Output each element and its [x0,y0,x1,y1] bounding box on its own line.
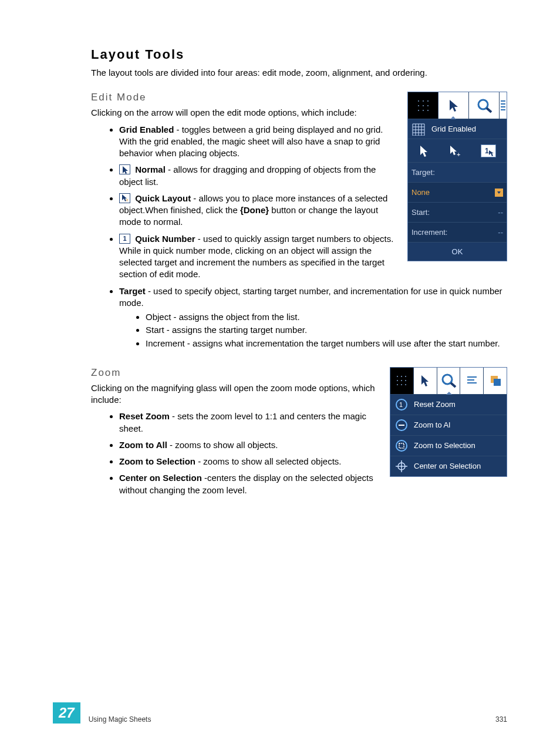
svg-point-1 [423,100,424,102]
chapter-number: 27 [53,702,80,724]
magnifier-icon [440,373,457,388]
zoom-all-row[interactable]: Zoom to Al [390,415,507,436]
svg-point-37 [443,375,452,384]
dots-grid-icon [416,98,431,113]
svg-point-2 [427,100,429,102]
zoom-selection-icon [395,439,408,452]
zoom-all-icon [395,419,408,432]
toolbar-pointer-cell[interactable] [438,92,469,119]
svg-point-0 [418,100,419,102]
center-selection-row[interactable]: Center on Selection [390,456,507,476]
grid-enabled-label: Grid Enabled [431,124,476,133]
quick-layout-button[interactable]: + [448,144,461,157]
cursor-arrow-icon [448,99,460,113]
cursor-arrow-icon [119,164,130,174]
cursor-plus-icon: + [448,144,461,157]
svg-point-29 [401,376,402,377]
svg-text:+: + [457,151,460,157]
grid-enabled-row[interactable]: Grid Enabled [408,119,507,139]
intro-text: The layout tools are divided into four a… [91,67,507,79]
grid-icon [411,123,426,136]
svg-point-31 [397,380,398,381]
svg-line-10 [487,108,491,112]
svg-rect-43 [494,379,501,386]
sub-increment: Increment - assigns what incrementation … [146,338,507,349]
increment-label: Increment: [411,228,447,237]
ok-button[interactable]: OK [408,243,507,261]
svg-point-48 [396,440,407,451]
svg-text:1: 1 [485,147,489,155]
quick-number-button[interactable]: 1 [481,144,496,157]
svg-point-5 [427,105,429,106]
magnifier-icon [476,98,492,113]
bullet-target: Target - used to specify object, startin… [119,285,507,349]
svg-point-30 [405,376,406,377]
toolbar-order-cell[interactable] [484,368,507,394]
svg-point-9 [478,100,488,109]
svg-point-36 [405,384,406,385]
start-label: Start: [411,208,430,217]
reset-zoom-label: Reset Zoom [414,400,456,409]
toolbar-grid-cell[interactable] [390,368,414,394]
center-selection-icon [395,460,408,473]
edit-mode-panel: Grid Enabled + 1 Target: None [407,92,507,261]
page-title: Layout Tools [91,47,507,62]
toolbar-grid-cell[interactable] [408,92,438,119]
svg-point-6 [418,110,419,111]
order-stack-icon [489,374,502,387]
svg-point-8 [427,110,429,111]
target-value: None [411,188,430,197]
cursor-arrow-icon [420,374,430,387]
toolbar-align-cell[interactable] [460,368,484,394]
reset-zoom-icon: 1 [395,398,408,411]
svg-text:+: + [126,197,129,202]
page-number: 331 [495,715,507,724]
edit-panel-toolbar [408,92,507,119]
dots-grid-icon [394,373,409,388]
page-footer: 27 Using Magic Sheets 331 [0,702,560,724]
footer-label: Using Magic Sheets [89,715,151,724]
target-label-row: Target: [408,163,507,183]
zoom-panel: 1 Reset Zoom Zoom to Al Zoom to Selectio… [390,367,507,477]
cursor-plus-icon: + [119,193,130,203]
mode-icons-row: + 1 [408,139,507,163]
reset-zoom-row[interactable]: 1 Reset Zoom [390,395,507,415]
target-label: Target: [411,168,435,177]
start-value: -- [498,208,503,217]
zoom-panel-toolbar [390,368,507,395]
number-one-icon: 1 [119,234,130,244]
svg-point-7 [423,110,424,111]
sub-object: Object - assigns the object from the lis… [146,311,507,323]
zoom-all-label: Zoom to Al [414,420,450,429]
increment-value: -- [498,228,503,237]
toolbar-zoom-cell[interactable] [469,92,500,119]
svg-line-38 [451,383,456,387]
zoom-selection-row[interactable]: Zoom to Selection [390,436,507,456]
sub-start: Start - assigns the starting target numb… [146,324,507,336]
svg-point-4 [423,105,424,106]
start-field[interactable]: Start: -- [408,203,507,223]
target-field[interactable]: None [408,183,507,203]
center-selection-label: Center on Selection [414,462,481,470]
toolbar-zoom-cell[interactable] [437,368,461,394]
svg-point-32 [401,380,402,381]
number-one-icon: 1 [483,146,494,156]
cursor-arrow-icon [419,144,429,157]
increment-field[interactable]: Increment: -- [408,223,507,243]
svg-point-33 [405,380,406,381]
zoom-selection-label: Zoom to Selection [414,441,475,450]
svg-point-3 [418,105,419,106]
dropdown-icon[interactable] [495,189,503,197]
svg-rect-49 [399,443,404,448]
svg-point-35 [401,384,402,385]
svg-point-34 [397,384,398,385]
toolbar-align-cell[interactable] [500,92,507,119]
svg-text:1: 1 [399,401,403,408]
svg-point-28 [397,376,398,377]
align-lines-icon [466,375,478,386]
align-lines-icon [500,99,506,112]
normal-mode-button[interactable] [419,144,429,157]
toolbar-pointer-cell[interactable] [414,368,437,394]
